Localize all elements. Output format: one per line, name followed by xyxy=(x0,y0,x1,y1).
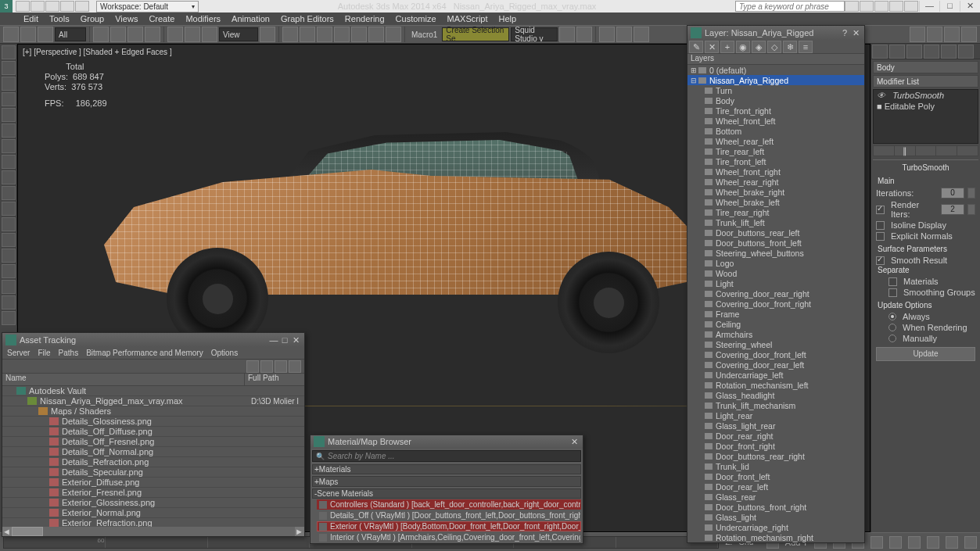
ly-list[interactable]: ⊞0 (default)⊟Nissan_Ariya_RiggedTurnBody… xyxy=(687,65,864,542)
tb-rendersetup[interactable] xyxy=(910,27,925,42)
menu-help[interactable]: Help xyxy=(499,14,517,23)
at-row[interactable]: Autodesk Vault xyxy=(2,386,304,396)
tb-manip[interactable] xyxy=(282,27,298,42)
ly-item[interactable]: Wheel_brake_right xyxy=(687,187,864,197)
ly-item[interactable]: Ceiling xyxy=(687,319,864,329)
ly-item[interactable]: Frame xyxy=(687,309,864,319)
menu-views[interactable]: Views xyxy=(115,14,138,23)
ly-item[interactable]: Wheel_brake_left xyxy=(687,197,864,207)
lt-3[interactable] xyxy=(2,77,16,91)
ly-item[interactable]: Wood xyxy=(687,268,864,278)
tb-save[interactable] xyxy=(45,1,59,12)
menu-maxscript[interactable]: MAXScript xyxy=(447,14,488,23)
lt-5[interactable] xyxy=(2,108,16,122)
at-tb2[interactable] xyxy=(260,360,273,373)
stack-show[interactable]: ∥ xyxy=(895,146,916,156)
tb-align[interactable] xyxy=(386,27,401,42)
smooth-check[interactable] xyxy=(876,256,885,265)
render-iters-check[interactable] xyxy=(876,206,885,214)
at-row[interactable]: Details_Off_Fresnel.png xyxy=(2,437,304,447)
tb-pivot[interactable] xyxy=(260,27,275,42)
layers-window[interactable]: Layer: Nissan_Ariya_Rigged?✕ ✎ ✕ + ◉ ◈ ◇… xyxy=(687,25,865,543)
menu-create[interactable]: Create xyxy=(149,14,174,23)
at-list[interactable]: Autodesk VaultNissan_Ariya_Rigged_max_vr… xyxy=(2,386,304,527)
tb-selobj[interactable] xyxy=(93,27,109,42)
lt-10[interactable] xyxy=(2,186,16,200)
ly-item[interactable]: Rotation_mechanism_right xyxy=(687,532,864,542)
at-hdr-name[interactable]: Name xyxy=(2,374,245,385)
mb-item[interactable]: Exterior ( VRayMtl ) [Body,Bottom,Door_f… xyxy=(317,521,581,531)
ly-close[interactable]: ✕ xyxy=(850,28,861,38)
ly-item[interactable]: Glass_light xyxy=(687,512,864,522)
mb-cat-scene[interactable]: Scene Materials xyxy=(312,488,581,499)
at-menu-bitmap[interactable]: Bitmap Performance and Memory xyxy=(86,349,203,357)
ly-more[interactable]: ≡ xyxy=(799,41,813,53)
at-row[interactable]: Exterior_Glossiness.png xyxy=(2,498,304,508)
ref-coord[interactable]: View xyxy=(219,27,258,41)
tb-render1[interactable] xyxy=(634,27,649,42)
tab-motion[interactable] xyxy=(924,45,939,59)
lt-2[interactable] xyxy=(2,61,16,75)
tb-renderframe[interactable] xyxy=(927,27,942,42)
ly-item[interactable]: Covering_door_rear_left xyxy=(687,360,864,370)
ly-item[interactable]: Undercarriage_left xyxy=(687,370,864,380)
ly-del[interactable]: ✕ xyxy=(705,41,719,53)
ly-item[interactable]: Body xyxy=(687,95,864,106)
lt-7[interactable] xyxy=(2,139,16,153)
ly-item[interactable]: Light_rear xyxy=(687,410,864,420)
ly-item[interactable]: Wheel_rear_left xyxy=(687,136,864,146)
named-sel[interactable]: Create Selection Se xyxy=(442,27,509,41)
iterations-spinner[interactable] xyxy=(967,188,975,199)
tb-angle[interactable] xyxy=(317,27,332,42)
ly-item[interactable]: Door_buttons_front_right xyxy=(687,502,864,512)
ly-item[interactable]: Glass_rear xyxy=(687,492,864,502)
stack-pin[interactable] xyxy=(874,146,895,156)
asset-tracking-window[interactable]: Asset Tracking—□✕ Server File Paths Bitm… xyxy=(2,332,305,537)
tb-new[interactable] xyxy=(16,1,30,12)
at-row[interactable]: Exterior_Normal.png xyxy=(2,508,304,518)
at-row[interactable]: Maps / Shaders xyxy=(2,406,304,417)
render-iters-spinner[interactable] xyxy=(967,204,975,215)
tb-help3[interactable] xyxy=(874,1,888,12)
ly-item[interactable]: Armchairs xyxy=(687,329,864,339)
tb-spinner[interactable] xyxy=(351,27,367,42)
at-row[interactable]: Details_Specular.png xyxy=(2,467,304,478)
tb-redo[interactable] xyxy=(75,1,89,12)
ly-selected[interactable]: ⊟Nissan_Ariya_Rigged xyxy=(687,75,864,85)
ly-add[interactable]: + xyxy=(720,41,734,53)
menu-modifiers[interactable]: Modifiers xyxy=(185,14,221,23)
lt-11[interactable] xyxy=(2,202,16,216)
ly-new[interactable]: ✎ xyxy=(689,41,703,53)
tb-curve[interactable] xyxy=(576,27,592,42)
ly-item[interactable]: Wheel_rear_right xyxy=(687,177,864,187)
play-next[interactable] xyxy=(871,536,883,549)
ly-item[interactable]: Tire_front_left xyxy=(687,156,864,166)
tab-hierarchy[interactable] xyxy=(906,45,922,59)
mb-search[interactable]: Search by Name ... xyxy=(312,450,581,462)
tb-layers[interactable] xyxy=(559,27,575,42)
lt-1[interactable] xyxy=(2,45,16,59)
ly-item[interactable]: Trunk_lid xyxy=(687,461,864,471)
tab-modify[interactable] xyxy=(889,45,905,59)
ly-item[interactable]: Wheel_front_left xyxy=(687,116,864,126)
lt-6[interactable] xyxy=(2,123,16,138)
at-row[interactable]: Details_Off_Diffuse.png xyxy=(2,427,304,437)
at-menu-paths[interactable]: Paths xyxy=(59,349,79,357)
at-row[interactable]: Details_Off_Normal.png xyxy=(2,447,304,457)
nav-3[interactable] xyxy=(946,536,958,549)
ly-item[interactable]: Door_rear_right xyxy=(687,431,864,441)
ly-item[interactable]: Door_front_right xyxy=(687,441,864,451)
modifier-stack[interactable]: 👁 TurboSmooth ■ Editable Poly xyxy=(873,89,978,144)
ly-sel[interactable]: ◉ xyxy=(736,41,750,53)
app-logo[interactable]: 3 xyxy=(0,0,13,13)
window-min[interactable]: — xyxy=(919,1,939,12)
ly-freeze[interactable]: ❄ xyxy=(783,41,797,53)
renderer-sel[interactable]: Squid Studio v xyxy=(511,27,558,41)
tb-help5[interactable] xyxy=(904,1,918,12)
rollout-turbosmooth[interactable]: TurboSmooth xyxy=(873,159,978,174)
at-row[interactable]: Exterior_Diffuse.png xyxy=(2,478,304,488)
ly-item[interactable]: Glass_headlight xyxy=(687,390,864,400)
manually-radio[interactable] xyxy=(888,335,896,342)
stack-unique[interactable] xyxy=(916,146,937,156)
ly-item[interactable]: Steering_wheel_buttons xyxy=(687,248,864,258)
